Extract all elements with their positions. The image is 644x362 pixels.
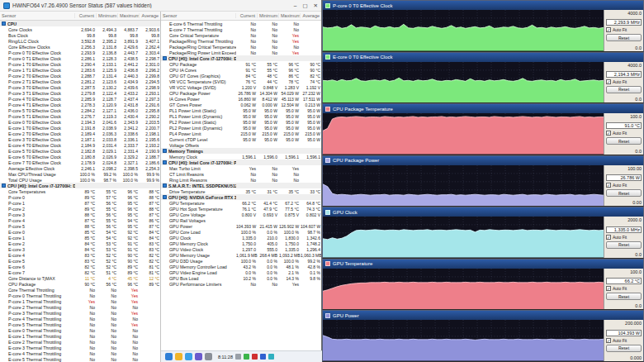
sensor-row[interactable]: P-core 0 Thermal ThrottlingNoNoYes [0,293,160,298]
sensor-row[interactable]: P-core 4 T1 Effective Clock2,278.32,120.… [0,102,160,107]
sensor-row[interactable]: Max Turbo LimitYesNoYes [161,165,321,171]
reset-button[interactable]: Reset [606,86,642,93]
settings-gear-icon[interactable] [205,353,212,360]
sensor-row[interactable]: P-core 1 Thermal ThrottlingYesNoYes [0,298,160,304]
sensor-row[interactable]: P-core 4 Thermal ThrottlingNoNoNo [0,316,160,322]
taskbar-clock[interactable]: 8:11:28 [218,355,233,360]
graph-title-bar[interactable]: E-core 0 T0 Effective Clock [323,53,643,62]
sensor-row[interactable]: GPU D3D Usage100.0 %0.0 %100.0 %99.2 % [161,258,321,264]
reset-button[interactable]: Reset [606,293,642,300]
sensor-row[interactable]: P-core 2 T0 Effective Clock2,288.72,131.… [0,73,160,79]
sensor-row[interactable]: P-core 3 T0 Effective Clock2,287.52,130.… [0,84,160,90]
sensor-row[interactable]: GPU Memory Controller Load43.2 %0.0 %48.… [161,264,321,269]
sensor-row[interactable]: Ring Limit ReasonsNoNoNo [161,177,321,183]
graph-title-bar[interactable]: GPU Power [323,311,643,320]
sensor-row[interactable]: Core Thermal ThrottlingNoNoYes [0,287,160,293]
sensor-row[interactable]: E-core 0 Thermal ThrottlingNoNoNo [0,327,160,333]
sensor-row[interactable]: E-core 384 °C53 °C91 °C83 °C [0,246,160,252]
sensor-row[interactable]: P-core 2 T1 Effective Clock2,281.22,123.… [0,79,160,84]
tray-sensor-blue-icon[interactable] [260,354,266,360]
sensor-row[interactable]: GPU Memory Clock1,750.0405.01,750.01,748… [161,241,321,246]
column-header-sensor[interactable]: Sensor [0,13,75,18]
sensor-row[interactable]: CT Limit ReasonsNoNoNo [161,171,321,177]
sensor-row[interactable]: E-core 4 Thermal ThrottlingNoNoNo [0,350,160,356]
sensor-row[interactable]: E-core 5 Thermal ThrottlingNoNoNo [0,356,160,362]
sensor-group-header[interactable]: CPU [0,21,160,26]
sensor-row[interactable]: P-core 289 °C55 °C96 °C88 °C [0,206,160,212]
minimize-button[interactable]: – [294,2,297,9]
sensor-row[interactable]: Core Effective Clocks2,256.32,131.82,429… [0,44,160,50]
file-explorer-icon[interactable] [175,353,182,360]
sensor-row[interactable]: P-core 1 T0 Effective Clock2,290.42,133.… [0,61,160,67]
sensor-row[interactable]: E-core 483 °C52 °C90 °C82 °C [0,252,160,258]
column-header-sensor[interactable]: Sensor [161,13,236,18]
sensor-row[interactable]: E-core 0 T0 Effective Clock2,194.32,041.… [0,119,160,125]
sensor-row[interactable]: GPU Video Engine Load0.0 %0.0 %2.1 %0.1 … [161,269,321,275]
reset-button[interactable]: Reset [606,34,642,41]
auto-fit-checkbox[interactable]: ✓Auto Fit [606,183,642,188]
column-header-maximum[interactable]: Maximum [279,13,301,18]
sensor-row[interactable]: P-core 0 T0 Effective Clock2,293.92,136.… [0,50,160,55]
column-header-row[interactable]: SensorCurrentMinimumMaximumAverage [161,12,321,21]
column-header-current[interactable]: Current [75,13,97,18]
sensor-row[interactable]: CPU Package90 °C56 °C96 °C89 °C [0,281,160,287]
reset-button[interactable]: Reset [606,137,642,145]
sensor-row[interactable]: GPU Bus Load10.2 %0.0 %14.3 %9.8 % [161,275,321,281]
graph-title-bar[interactable]: CPU Package Temperature [323,104,643,113]
sensor-row[interactable]: CPU Package Power26.786 W14.304 W54.029 … [161,90,321,96]
sensor-row[interactable]: CPU Package91 °C55 °C96 °C90 °C [161,61,321,67]
sensor-row[interactable]: Total CPU Usage100.0 %98.7 %100.0 %99.9 … [0,177,160,183]
auto-fit-checkbox[interactable]: ✓Auto Fit [606,131,642,136]
sensor-row[interactable]: E-core 7 T0 Effective Clock2,178.92,024.… [0,160,160,165]
sensor-row[interactable]: P-core 1 T1 Effective Clock2,283.62,125.… [0,67,160,73]
sensor-row[interactable]: GPU Core Load100.0 %0.0 %100.0 %98.7 % [161,229,321,235]
sensor-row[interactable]: E-core 185 °C54 °C92 °C84 °C [0,235,160,241]
sensor-row[interactable]: PL2 Power Limit (Dynamic)95.0 W95.0 W95.… [161,125,321,131]
monitor-app-icon[interactable] [195,353,202,360]
sensor-row[interactable]: GPU Temperature66.2 °C41.4 °C67.2 °C64.8… [161,200,321,206]
sensor-group-header[interactable]: CPU [#0]: Intel Core i7-12700H: Perfor… [161,160,321,165]
sensor-row[interactable]: Current cTDP Level95.0 W95.0 W95.0 W95.0… [161,136,321,142]
sensor-row[interactable]: P-core 187 °C56 °C95 °C87 °C [0,200,160,206]
sensor-row[interactable]: VR VCC Temperature (SVID)76 °C44 °C78 °C… [161,79,321,84]
tray-sensor-red-icon[interactable] [252,354,258,360]
column-header-minimum[interactable]: Minimum [258,13,279,18]
sensor-row[interactable]: E-core 2 Thermal ThrottlingNoNoNo [0,339,160,345]
column-header-minimum[interactable]: Minimum [97,13,118,18]
sensor-row[interactable]: P-core 388 °C56 °C95 °C87 °C [0,212,160,217]
sensor-row[interactable]: E-core 583 °C52 °C90 °C82 °C [0,258,160,264]
sensor-row[interactable]: GPU Rail Voltages [161,217,321,223]
sensor-row[interactable]: PL1 Power Limit (Static)95.0 W95.0 W95.0… [161,107,321,113]
auto-fit-checkbox[interactable]: ✓Auto Fit [606,27,642,32]
sensor-row[interactable]: P-core 0 T1 Effective Clock2,286.12,128.… [0,55,160,61]
sensor-row[interactable]: Average Effective Clock2,246.12,098.22,3… [0,165,160,171]
sensor-group-header[interactable]: S.M.A.R.T.: INTEL SSDPEKNU512GZ (S… [161,183,321,188]
column-header-current[interactable]: Current [236,13,258,18]
sensor-row[interactable]: Ring/LLC Clock3,592.82,395.23,891.93,407… [0,38,160,44]
sensor-row[interactable]: Drive Temperature35 °C31 °C35 °C33 °C [161,188,321,194]
sensor-row[interactable]: IA Cores Power16.860 W8.412 W45.113 W17.… [161,96,321,102]
sensor-row[interactable]: E-core 5 T0 Effective Clock2,182.82,029.… [0,148,160,154]
sensor-row[interactable]: P-core 487 °C55 °C94 °C86 °C [0,217,160,223]
auto-fit-checkbox[interactable]: ✓Auto Fit [606,338,642,343]
sensor-row[interactable]: Package/Ring Thermal ThrottlingNoNoYes [161,38,321,44]
sensor-row[interactable]: VR VCC Voltage (SVID)1.200 V0.848 V1.283… [161,84,321,90]
column-header-maximum[interactable]: Maximum [118,13,140,18]
sensor-row[interactable]: GPU Memory Usage1,061.9 MB268.4 MB1,093.… [161,252,321,258]
sensor-row[interactable]: PL1 Power Limit (Dynamic)95.0 W95.0 W95.… [161,113,321,119]
sensor-row[interactable]: E-core 6 Thermal ThrottlingNoNoNo [161,21,321,26]
sensor-row[interactable]: E-core 3 T0 Effective Clock2,187.12,033.… [0,136,160,142]
sensor-row[interactable]: P-core 5 Thermal ThrottlingNoNoYes [0,322,160,327]
auto-fit-checkbox[interactable]: ✓Auto Fit [606,79,642,84]
sensor-row[interactable]: E-core 1 Thermal ThrottlingNoNoNo [0,333,160,339]
sensor-row[interactable]: P-core 5 T0 Effective Clock2,284.22,127.… [0,107,160,113]
sensor-row[interactable]: E-core 1 T0 Effective Clock2,191.82,038.… [0,125,160,131]
sensor-row[interactable]: Core Clocks2,694.02,494.34,883.72,903.6 [0,26,160,32]
sensor-row[interactable]: Voltage Offsets [161,142,321,148]
sensor-row[interactable]: P-core 5 T1 Effective Clock2,276.72,119.… [0,113,160,119]
column-header-average[interactable]: Average [140,13,161,18]
graph-title-bar[interactable]: GPU Clock [323,207,643,217]
tray-sensor-green-icon[interactable] [244,354,249,360]
sensor-row[interactable]: Memory Clock1,596.11,596.01,596.11,596.1 [161,154,321,160]
sensor-row[interactable]: P-core 588 °C56 °C95 °C87 °C [0,223,160,229]
